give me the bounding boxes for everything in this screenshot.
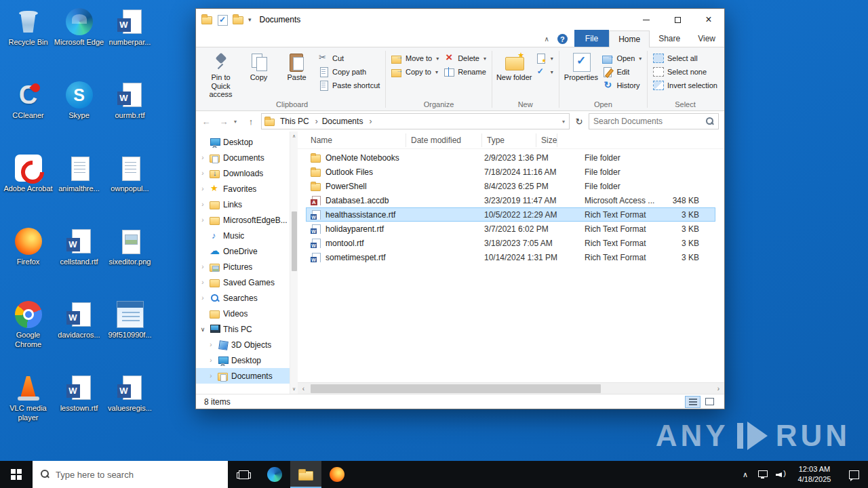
column-header[interactable]: Name [306,134,406,147]
refresh-icon[interactable]: ↻ [572,117,586,127]
desktop-icon[interactable]: sixeditor.png [104,224,155,297]
ribbon-tab[interactable]: Share [650,30,689,47]
nav-item[interactable]: Downloads [196,165,290,181]
paste-button[interactable]: Paste [278,49,315,82]
nav-scrollbar[interactable]: ∧ ∨ [290,131,298,394]
address-dropdown-icon[interactable]: ▾ [562,119,565,125]
expander-icon[interactable] [199,201,207,208]
expander-icon[interactable] [199,294,207,302]
nav-item[interactable]: MicrosoftEdgeB... [196,212,290,228]
file-row[interactable]: holidayparent.rtf 3/7/2021 6:02 PM Rich … [306,222,715,236]
desktop-icon[interactable]: Google Chrome [3,297,54,370]
desktop-icon[interactable]: Skype [54,77,104,150]
details-view-button[interactable] [685,396,701,408]
pin-to-quick-access-button[interactable]: Pin to Quick access [202,49,239,99]
expander-icon[interactable] [199,154,207,161]
minimize-button[interactable] [631,9,662,30]
scrollbar-thumb[interactable] [292,211,297,271]
horizontal-scrollbar[interactable]: ‹ › [298,382,724,394]
open-button[interactable]: Open▾ [600,53,644,64]
easy-access-button[interactable]: ▾ [534,66,555,77]
breadcrumb-item[interactable]: This PC [278,115,320,127]
ribbon-tab[interactable]: Home [609,30,650,47]
task-view-button[interactable] [228,461,259,488]
desktop-icon[interactable]: VLC media player [3,370,54,443]
scroll-left-icon[interactable]: ‹ [298,385,309,392]
scrollbar-track[interactable] [309,383,713,394]
rename-button[interactable]: Rename [441,66,488,77]
network-icon[interactable] [754,461,772,488]
expander-icon[interactable] [199,279,207,286]
desktop-icon[interactable]: ownpopul... [104,150,155,224]
nav-item[interactable]: Documents [196,368,290,384]
desktop-icon[interactable]: ourmb.rtf [104,77,155,150]
start-button[interactable] [0,461,33,488]
forward-button[interactable]: → [216,117,231,127]
invert-selection-button[interactable]: Invert selection [651,80,719,91]
nav-item[interactable]: Desktop [196,134,290,150]
taskbar-firefox-button[interactable] [321,461,353,488]
breadcrumb-item[interactable]: Documents [320,115,374,127]
desktop-icon[interactable]: Microsoft Edge [54,4,104,77]
nav-item[interactable]: Searches [196,290,290,306]
select-none-button[interactable]: Select none [651,66,719,77]
qat-dropdown-icon[interactable]: ▾ [248,16,252,23]
properties-button[interactable]: Properties [562,49,599,82]
back-button[interactable]: ← [199,117,214,127]
desktop-icon[interactable]: lesstown.rtf [54,370,104,443]
file-row[interactable]: healthassistance.rtf 10/5/2022 12:29 AM … [306,207,715,222]
history-button[interactable]: History [600,80,644,91]
scrollbar-thumb[interactable] [311,384,601,393]
desktop-icon[interactable]: Adobe Acrobat [3,150,54,224]
file-row[interactable]: PowerShell 8/4/2023 6:25 PM File folder [306,179,715,193]
expander-icon[interactable] [207,372,215,380]
file-row[interactable]: montool.rtf 3/18/2023 7:05 AM Rich Text … [306,236,715,250]
taskbar-search[interactable] [33,461,228,488]
desktop-icon[interactable]: valuesregis... [104,370,155,443]
hidden-icons-button[interactable]: ∧ [736,461,754,488]
search-icon[interactable] [705,117,714,126]
nav-item[interactable]: Favorites [196,181,290,197]
expander-icon[interactable] [199,325,207,333]
new-item-button[interactable]: ▾ [534,53,555,64]
copy-path-button[interactable]: Copy path [316,66,382,77]
column-header[interactable]: Date modified [406,134,482,147]
nav-item[interactable]: This PC [196,321,290,337]
recent-locations-icon[interactable]: ▾ [234,119,241,125]
file-row[interactable]: Database1.accdb 3/23/2019 11:47 AM Micro… [306,193,715,207]
taskbar-file-explorer-button[interactable] [290,461,321,488]
expander-icon[interactable] [207,357,215,364]
delete-button[interactable]: Delete▾ [441,53,488,64]
nav-item[interactable]: Pictures [196,259,290,274]
file-row[interactable]: OneNote Notebooks 2/9/2023 1:36 PM File … [306,150,715,165]
nav-item[interactable]: OneDrive [196,243,290,259]
search-input[interactable] [593,117,703,126]
expander-icon[interactable] [207,341,215,348]
nav-item[interactable]: Desktop [196,352,290,368]
desktop-icon[interactable]: 99f510990f... [104,297,155,370]
up-button[interactable]: ↑ [243,117,258,127]
scroll-right-icon[interactable]: › [713,385,724,392]
file-row[interactable]: Outlook Files 7/18/2024 11:16 AM File fo… [306,165,715,179]
desktop-icon[interactable]: Firefox [3,224,54,297]
nav-item[interactable]: Videos [196,306,290,321]
close-button[interactable]: × [693,9,724,30]
move-to-button[interactable]: Move to▾ [389,53,441,64]
expander-icon[interactable] [199,185,207,192]
desktop-icon[interactable]: numberpar... [104,4,155,77]
volume-icon[interactable] [772,461,789,488]
nav-item[interactable]: Documents [196,150,290,165]
taskbar-search-input[interactable] [56,470,220,480]
new-folder-button[interactable]: New folder [496,49,533,82]
copy-to-button[interactable]: Copy to▾ [389,66,441,77]
expander-icon[interactable] [199,216,207,224]
desktop-icon[interactable]: CCleaner [3,77,54,150]
column-header[interactable]: Type [482,134,536,147]
properties-quick-icon[interactable] [217,15,228,24]
scroll-up-icon[interactable]: ∧ [290,131,298,141]
column-header[interactable]: Size [536,134,557,147]
paste-shortcut-button[interactable]: Paste shortcut [316,80,382,91]
address-bar[interactable]: This PC Documents ▾ [261,113,570,129]
maximize-button[interactable] [662,9,693,30]
taskbar-edge-button[interactable] [259,461,290,488]
